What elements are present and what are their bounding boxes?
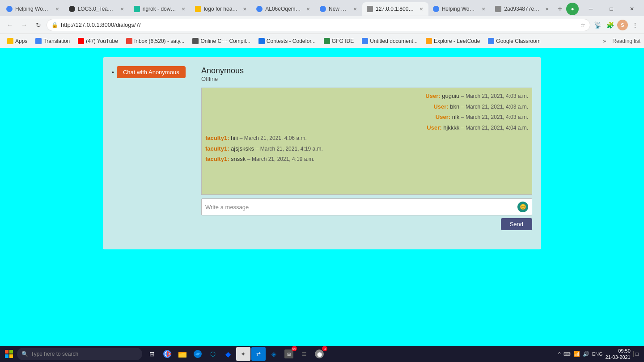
tab-6[interactable]: New Tab ✕ <box>315 2 362 16</box>
close-button[interactable]: ✕ <box>622 2 642 16</box>
msg-time-5: – March 21, 2021, 4:06 a.m. <box>240 135 307 141</box>
msg-time-6: – March 21, 2021, 4:19 a.m. <box>256 146 323 152</box>
msg-sender-1: User: <box>425 93 440 99</box>
tab-2[interactable]: LOC3.0_Team... ✕ <box>64 2 129 16</box>
taskbar-vscode[interactable]: ◈ <box>267 347 281 361</box>
bullet-icon: • <box>112 69 114 76</box>
tab-8[interactable]: Helping Wom... ✕ <box>428 2 491 16</box>
bookmark-gmail[interactable]: Inbox (6,520) - saty... <box>123 37 188 46</box>
taskbar-vscode2[interactable]: ≡ <box>297 347 311 361</box>
chat-sidebar: • Chat with Anonymous <box>112 66 192 240</box>
bookmark-codeforces[interactable]: Contests - Codefor... <box>255 37 319 46</box>
user-avatar[interactable]: S <box>617 20 628 30</box>
window-controls: ─ □ ✕ <box>580 2 642 16</box>
send-button[interactable]: Send <box>501 218 532 230</box>
tab-favicon-3 <box>134 6 140 12</box>
tab-bar: Helping Wom... ✕ LOC3.0_Team... ✕ ngrok … <box>0 0 644 16</box>
taskbar-app-red[interactable]: ⬤ 3 <box>312 347 326 361</box>
taskbar-search-bar[interactable]: 🔍 Type here to search <box>17 348 142 360</box>
taskbar-network-icon[interactable]: 📶 <box>573 351 580 357</box>
tab-title-5: AL06eOqemb... <box>265 6 302 12</box>
bookmark-star-icon[interactable]: ☆ <box>580 22 585 28</box>
start-button[interactable] <box>2 347 16 361</box>
bookmark-label-gmail: Inbox (6,520) - saty... <box>134 38 185 44</box>
tab-close-3[interactable]: ✕ <box>180 5 187 13</box>
bookmark-label-youtube: (47) YouTube <box>86 38 118 44</box>
taskbar-file-explorer[interactable] <box>175 347 190 361</box>
minimize-button[interactable]: ─ <box>580 2 601 16</box>
taskbar-app7[interactable]: ✦ <box>236 347 250 361</box>
new-tab-button[interactable]: + <box>554 3 567 15</box>
msg-time-1: – March 21, 2021, 4:03 a.m. <box>461 93 528 99</box>
tab-favicon-5 <box>256 6 263 12</box>
tab-close-2[interactable]: ✕ <box>119 5 126 13</box>
reload-button[interactable]: ↻ <box>32 19 45 31</box>
tab-close-4[interactable]: ✕ <box>241 5 248 13</box>
menu-button[interactable]: ⋮ <box>630 20 640 30</box>
bookmark-docs[interactable]: Untitled document... <box>358 37 421 46</box>
tab-close-6[interactable]: ✕ <box>352 5 359 13</box>
browser-chrome: Helping Wom... ✕ LOC3.0_Team... ✕ ngrok … <box>0 0 644 48</box>
emoji-button[interactable]: 😊 <box>517 202 528 212</box>
tab-3[interactable]: ngrok - down... ✕ <box>129 2 191 16</box>
bookmark-label-translation: Translation <box>43 38 70 44</box>
tab-close-1[interactable]: ✕ <box>54 5 61 13</box>
taskbar-volume-icon[interactable]: 🔊 <box>583 351 589 357</box>
chat-with-anonymous-button[interactable]: Chat with Anonymous <box>117 66 186 78</box>
bookmark-youtube[interactable]: (47) YouTube <box>74 37 122 46</box>
extensions-button[interactable]: 🧩 <box>605 20 615 30</box>
bookmark-translation[interactable]: Translation <box>32 37 73 46</box>
address-bar[interactable]: 🔒 http://127.0.0.1:8000/dialogs/7/ ☆ <box>47 19 590 31</box>
tab-1[interactable]: Helping Wom... ✕ <box>2 2 64 16</box>
msg-time-7: – March 21, 2021, 4:19 a.m. <box>247 156 314 162</box>
taskbar-remote[interactable]: ⇄ <box>251 347 266 361</box>
bookmarks-bar: Apps Translation (47) YouTube Inbox (6,5… <box>0 34 644 48</box>
taskbar-show-desktop[interactable]: □ <box>633 351 639 357</box>
svg-rect-2 <box>5 354 8 358</box>
bookmark-classroom[interactable]: Google Classroom <box>484 37 544 46</box>
tab-close-7[interactable]: ✕ <box>418 5 425 13</box>
bookmarks-more: » Reading list <box>603 38 640 44</box>
back-button[interactable]: ← <box>4 19 16 31</box>
tab-close-8[interactable]: ✕ <box>480 5 487 13</box>
tab-title-8: Helping Wom... <box>442 6 478 12</box>
tab-favicon-9 <box>495 6 501 12</box>
bookmark-apps[interactable]: Apps <box>4 37 31 46</box>
bookmark-gfg[interactable]: GFG IDE <box>320 37 357 46</box>
msg-sender-6: faculty1: <box>205 145 229 152</box>
taskbar-chrome[interactable] <box>160 347 174 361</box>
chat-main-area: Anonymous Offline User: guguiu – March 2… <box>201 66 532 240</box>
message-2: User: bkn – March 21, 2021, 4:03 a.m. <box>205 102 528 111</box>
taskbar-app-badge[interactable]: ⊞ 99 <box>282 347 296 361</box>
taskbar-up-icon[interactable]: ^ <box>558 351 561 357</box>
taskbar-store[interactable]: ⬡ <box>206 347 220 361</box>
profile-button[interactable]: ● <box>566 3 579 15</box>
message-3: User: nlk – March 21, 2021, 4:03 a.m. <box>205 113 528 122</box>
taskbar-dropbox[interactable]: ◆ <box>221 347 235 361</box>
tab-favicon-2 <box>69 6 75 12</box>
bookmark-cpp[interactable]: Online C++ Compil... <box>189 37 254 46</box>
chat-input-area: 😊 Send <box>201 198 532 230</box>
bookmark-leetcode[interactable]: Explore - LeetCode <box>422 37 483 46</box>
taskbar-task-view[interactable]: ⊞ <box>145 347 159 361</box>
bookmarks-more-label[interactable]: » <box>603 38 606 44</box>
chat-messages[interactable]: User: guguiu – March 21, 2021, 4:03 a.m.… <box>201 88 532 195</box>
tab-7[interactable]: 127.0.0.1:8000... ✕ <box>362 2 428 16</box>
tab-5[interactable]: AL06eOqemb... ✕ <box>252 2 315 16</box>
taskbar-keyboard-icon[interactable]: ⌨ <box>564 351 571 357</box>
tab-4[interactable]: logo for healt... ✕ <box>191 2 252 16</box>
tab-close-5[interactable]: ✕ <box>305 5 312 13</box>
message-input[interactable] <box>205 204 514 210</box>
tab-9[interactable]: 2ad934877e5... ✕ <box>491 2 554 16</box>
message-1: User: guguiu – March 21, 2021, 4:03 a.m. <box>205 92 528 101</box>
bookmark-label-docs: Untitled document... <box>370 38 418 44</box>
bookmark-favicon-gmail <box>126 38 132 44</box>
maximize-button[interactable]: □ <box>601 2 622 16</box>
cast-button[interactable]: 📡 <box>592 20 603 30</box>
forward-button[interactable]: → <box>18 19 30 31</box>
bookmark-label-apps: Apps <box>15 38 27 44</box>
tab-close-9[interactable]: ✕ <box>543 5 551 13</box>
taskbar-edge[interactable] <box>191 347 205 361</box>
msg-content-6: ajsjsksks <box>231 145 254 152</box>
reading-list-label[interactable]: Reading list <box>612 38 640 44</box>
